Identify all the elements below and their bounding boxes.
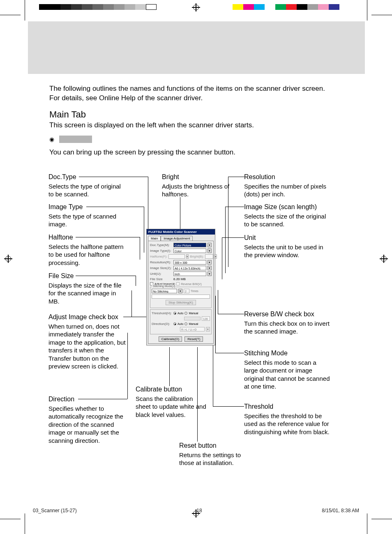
halftone-label: Halftone(F):: [150, 255, 167, 258]
dropdown-icon: ▾: [186, 254, 189, 259]
filesize-label: File Size: [150, 277, 172, 281]
dropdown-icon[interactable]: ▾: [178, 289, 182, 293]
direction-manual-radio[interactable]: [184, 322, 187, 325]
dropdown-icon[interactable]: ▾: [208, 272, 212, 276]
doctype-label: Doc.Type(M):: [150, 243, 172, 247]
callout-stitching: Stitching Mode Select this mode to scan …: [244, 349, 330, 391]
direction-label: Direction(D):: [152, 322, 172, 326]
stitching-select[interactable]: No Stitching: [152, 289, 177, 293]
callout-calibrate: Calibrate button Scans the calibration s…: [136, 385, 210, 419]
intro-paragraph: The following outlines the names and fun…: [49, 84, 353, 103]
callout-adjust-image: Adjust Image check box When turned on, d…: [48, 313, 127, 371]
bullet-row: ◉: [49, 136, 92, 143]
imagesize-select[interactable]: A6 ( 4.13x 5.83inch): [173, 266, 206, 270]
unit-select[interactable]: inch: [173, 272, 206, 276]
imagesize-label: Image Size(Z):: [150, 266, 172, 270]
callout-resolution: Resolution Specifies the number of pixel…: [244, 173, 330, 198]
dropdown-icon[interactable]: ▾: [208, 243, 212, 247]
imagetype-label: Image Type(I):: [150, 249, 172, 253]
color-strip: [222, 4, 339, 10]
halftone-select: [168, 254, 185, 259]
dropdown-icon[interactable]: ▾: [208, 260, 212, 265]
dropdown-icon[interactable]: ▾: [208, 249, 212, 253]
reverse-bw-label: Reverse B/W(V): [181, 283, 202, 285]
doctype-select[interactable]: Color Picture: [173, 243, 206, 247]
callout-imagesize: Image Size (scan length) Selects the siz…: [244, 203, 330, 228]
grayscale-strip: [39, 4, 157, 10]
bullet-icon: ◉: [49, 136, 54, 143]
reverse-bw-checkbox[interactable]: [176, 282, 180, 285]
redacted-pill: [59, 136, 92, 143]
window-title: FUJITSU Mobile Color Scanner: [147, 229, 215, 235]
scanner-driver-screenshot: FUJITSU Mobile Color Scanner Main Image …: [146, 229, 215, 345]
header-blank-box: [28, 21, 365, 74]
stitching-group-label: Stitching Mode(J): [152, 285, 176, 288]
threshold-auto-radio[interactable]: [173, 312, 176, 315]
callout-filesize: File Size Displays the size of the file …: [48, 272, 127, 305]
callout-reverse: Reverse B/W check box Turn this check bo…: [244, 310, 330, 336]
threshold-manual-radio[interactable]: [184, 312, 187, 315]
dropdown-icon[interactable]: ▾: [208, 266, 212, 270]
unit-label: Unit(U):: [150, 272, 172, 276]
resolution-label: Resolution(R):: [150, 260, 172, 264]
bright-select: [205, 254, 213, 259]
footer-page: 18: [196, 508, 202, 513]
callout-reset: Reset button Returns the settings to tho…: [179, 442, 253, 467]
resolution-select[interactable]: 300 x 300: [173, 260, 206, 265]
tab-image-adjustment[interactable]: Image Adjustment: [161, 236, 193, 241]
section-heading-main-tab: Main Tab: [49, 109, 86, 120]
footer-date: 8/15/01, 8:38 AM: [322, 508, 359, 513]
threshold-value: 128: [202, 316, 210, 321]
callout-halftone: Halftone Selects the halftone pattern to…: [48, 233, 127, 267]
section-subtitle: This screen is displayed on the left whe…: [49, 121, 353, 130]
bring-up-text: You can bring up the screen by pressing …: [49, 148, 353, 157]
stitching-times-input: 2: [184, 289, 189, 293]
calibrate-button[interactable]: Calibrate(O): [159, 336, 182, 342]
callout-unit: Unit Selects the unit to be used in the …: [244, 234, 330, 259]
dropdown-icon: ▾: [206, 327, 210, 331]
footer: 03_Scanner (15-27) 18 8/15/01, 8:38 AM: [33, 508, 359, 513]
filesize-value: 6.20 MB: [173, 277, 212, 281]
footer-filename: 03_Scanner (15-27): [33, 508, 77, 513]
callout-direction: Direction Specifies whether to automatic…: [48, 395, 127, 444]
reset-button[interactable]: Reset(T): [184, 336, 203, 342]
direction-auto-radio[interactable]: [173, 322, 176, 325]
imagetype-select[interactable]: Color: [173, 249, 206, 253]
threshold-slider: [184, 317, 201, 320]
stop-stitching-button: Stop Stitching(K): [166, 300, 196, 305]
callout-threshold: Threshold Specifies the threshold to be …: [244, 403, 330, 436]
threshold-label: Threshold(H):: [152, 311, 172, 315]
callout-bright: Bright Adjusts the brightness of halfton…: [162, 173, 236, 198]
bright-label: Bright(B):: [190, 255, 204, 258]
dropdown-icon: ▾: [214, 254, 217, 259]
direction-select: R->L / U->D: [180, 327, 205, 331]
stitching-times-suffix: Times: [191, 290, 198, 292]
tab-main[interactable]: Main: [148, 236, 161, 241]
